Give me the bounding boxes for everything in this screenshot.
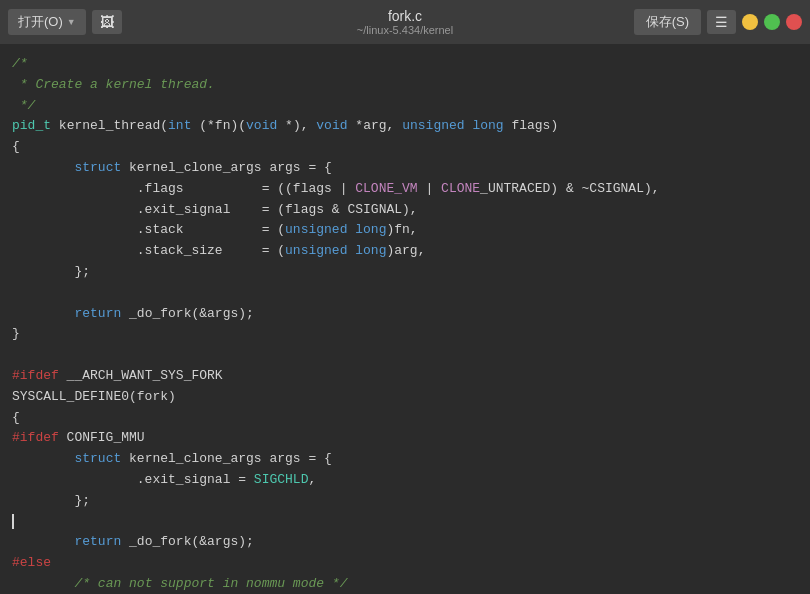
minimize-button[interactable] (742, 14, 758, 30)
filename-label: fork.c (357, 8, 453, 24)
image-button[interactable]: 🖼 (92, 10, 122, 34)
maximize-button[interactable] (764, 14, 780, 30)
window-controls: 保存(S) ☰ (634, 9, 802, 35)
dropdown-arrow-icon: ▼ (67, 17, 76, 27)
filepath-label: ~/linux-5.434/kernel (357, 24, 453, 36)
titlebar: 打开(O) ▼ 🖼 fork.c ~/linux-5.434/kernel 保存… (0, 0, 810, 44)
window-title: fork.c ~/linux-5.434/kernel (357, 8, 453, 36)
hamburger-menu-button[interactable]: ☰ (707, 10, 736, 34)
open-menu-button[interactable]: 打开(O) ▼ (8, 9, 86, 35)
save-button[interactable]: 保存(S) (634, 9, 701, 35)
open-label: 打开(O) (18, 13, 63, 31)
code-editor[interactable]: /* * Create a kernel thread. */ pid_t ke… (0, 44, 810, 594)
close-button[interactable] (786, 14, 802, 30)
